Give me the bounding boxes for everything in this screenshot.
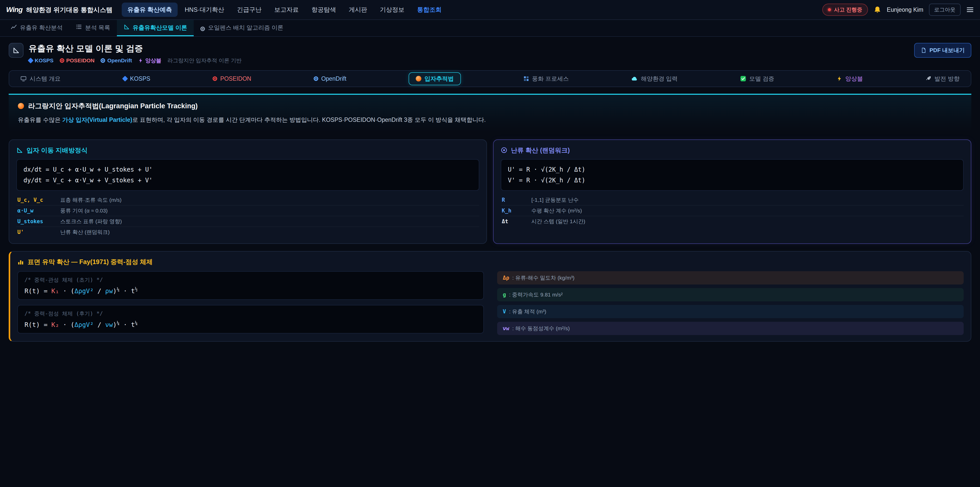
legend-desc: 표층 해류·조류 속도 (m/s)	[60, 196, 121, 204]
fay-spreading-card: 표면 유막 확산 — Fay(1971) 중력-점성 체제 /* 중력-관성 체…	[9, 251, 971, 342]
snav-item-ensemble[interactable]: 앙상블	[837, 75, 863, 83]
legend-term: K_h	[502, 208, 531, 214]
param-desc: : 중력가속도 9.81 m/s²	[509, 291, 563, 298]
turbulence-equations-code: U' = R · √(2K_h / Δt) V' = R · √(2K_h / …	[501, 159, 964, 191]
nav-item-oil-spill-prediction[interactable]: 유출유 확산예측	[122, 3, 178, 17]
code-line: dy/dt = V_c + α·V_w + V_stokes + V'	[24, 175, 472, 186]
intro-title-row: 라그랑지안 입자추적법(Lagrangian Particle Tracking…	[18, 101, 962, 110]
legend-row: U' 난류 확산 (랜덤워크)	[16, 227, 479, 237]
snav-item-weathering-process[interactable]: 풍화 프로세스	[523, 75, 569, 83]
set-square-icon	[124, 24, 130, 31]
ensemble-bolt-icon	[138, 58, 143, 63]
page-title-icon	[9, 43, 24, 58]
formula-exponent: ½	[135, 287, 138, 292]
snav-item-ocean-env-input[interactable]: 해양환경 입력	[631, 75, 678, 83]
bell-icon[interactable]	[873, 6, 881, 14]
turbulence-diffusion-card: 난류 확산 (랜덤워크) U' = R · √(2K_h / Δt) V' = …	[493, 139, 971, 244]
particle-orange-circle-icon	[416, 76, 422, 81]
legend-row: Δt 시간 스텝 (일반 1시간)	[501, 216, 964, 227]
legend-desc: 시간 스텝 (일반 1시간)	[531, 218, 585, 225]
governing-equation-card: 입자 이동 지배방정식 dx/dt = U_c + α·U_w + U_stok…	[9, 139, 487, 244]
snav-label: 모델 검증	[749, 75, 774, 83]
formula-part: R(t) =	[24, 321, 51, 329]
app-logo[interactable]: Wing 해양환경 위기대응 통합시스템	[6, 6, 113, 14]
logout-button[interactable]: 로그아웃	[929, 3, 961, 16]
governing-legend: U_c, V_c 표층 해류·조류 속도 (m/s) α·U_w 풍류 기여 (…	[16, 195, 479, 237]
incident-status-label: 사고 진행중	[834, 6, 862, 13]
param-term: g	[503, 292, 506, 298]
param-row-spill-volume: V : 유출 체적 (m³)	[497, 305, 964, 318]
fay-formula-1: R(t) = K₁ · (ΔρgV² / ρw)⅙ · t½	[24, 287, 477, 295]
opendrift-icon	[100, 58, 105, 63]
tab-oil-boom-algorithm-theory[interactable]: 오일펜스 배치 알고리즘 이론	[194, 20, 290, 36]
governing-card-title-row: 입자 이동 지배방정식	[16, 146, 479, 155]
intro-body: 유출유를 수많은 가상 입자(Virtual Particle)로 표현하며, …	[18, 115, 962, 125]
param-term: V	[503, 308, 506, 315]
snav-item-poseidon[interactable]: POSEIDON	[213, 75, 251, 82]
tab-analysis-list[interactable]: 분석 목록	[69, 20, 117, 36]
tab-label: 분석 목록	[85, 24, 110, 32]
legend-term: α·U_w	[18, 208, 60, 214]
formula-exponent: ¼	[135, 320, 138, 326]
kosps-icon	[122, 76, 128, 82]
param-row-density-diff: Δρ : 유류-해수 밀도차 (kg/m³)	[497, 271, 964, 284]
legend-desc: [-1,1] 균등분포 난수	[531, 196, 579, 204]
page-title: 유출유 확산 모델 이론 및 검증	[29, 43, 242, 54]
opendrift-icon	[313, 77, 318, 81]
legend-row: U_stokes 스토크스 표류 (파랑 영향)	[16, 216, 479, 227]
code-comment: /* 중력-관성 체제 (초기) */	[24, 276, 477, 283]
nav-item-reports[interactable]: 보고자료	[269, 3, 304, 17]
target-icon	[501, 147, 508, 153]
list-icon	[76, 24, 82, 31]
top-navigation: Wing 해양환경 위기대응 통합시스템 유출유 확산예측 HNS·대기확산 긴…	[0, 0, 980, 20]
formula-part: )	[113, 321, 117, 329]
snav-item-opendrift[interactable]: OpenDrift	[313, 75, 346, 82]
formula-part: /	[94, 321, 105, 329]
poseidon-icon	[60, 58, 64, 63]
snav-item-particle-tracking[interactable]: 입자추적법	[409, 72, 461, 85]
nav-item-emergency-rescue[interactable]: 긴급구난	[231, 3, 267, 17]
snav-item-roadmap[interactable]: 발전 방향	[925, 75, 959, 83]
legend-term: Δt	[502, 218, 531, 225]
nav-item-board[interactable]: 게시판	[343, 3, 372, 17]
main-nav: 유출유 확산예측 HNS·대기확산 긴급구난 보고자료 항공탐색 게시판 기상정…	[122, 3, 447, 17]
fay-params-column: Δρ : 유류-해수 밀도차 (kg/m³) g : 중력가속도 9.81 m/…	[497, 271, 964, 335]
formula-part: )	[113, 287, 117, 295]
equation-cards-row: 입자 이동 지배방정식 dx/dt = U_c + α·U_w + U_stok…	[9, 139, 971, 244]
legend-row: K_h 수평 확산 계수 (m²/s)	[501, 205, 964, 216]
menu-icon[interactable]	[966, 6, 974, 14]
legend-row: α·U_w 풍류 기여 (α ≈ 0.03)	[16, 205, 479, 216]
sub-tabbar: 유출유 확산분석 분석 목록 유출유확산모델 이론 오일펜스 배치 알고리즘 이…	[0, 20, 980, 37]
formula-part: ρw	[105, 287, 113, 295]
card-title: 표면 유막 확산 — Fay(1971) 중력-점성 체제	[27, 258, 153, 266]
formula-part: ΔρgV²	[75, 287, 94, 295]
line-chart-icon	[11, 24, 17, 31]
code-line: dx/dt = U_c + α·U_w + U_stokes + U'	[24, 164, 472, 175]
incident-status-badge[interactable]: 사고 진행중	[822, 3, 868, 16]
legend-term: U_stokes	[18, 218, 60, 225]
pdf-export-button[interactable]: PDF 내보내기	[914, 43, 971, 58]
turbulence-card-title-row: 난류 확산 (랜덤워크)	[501, 146, 964, 155]
snav-item-system-overview[interactable]: 시스템 개요	[21, 75, 60, 83]
snav-item-model-validation[interactable]: 모델 검증	[740, 75, 774, 83]
nav-item-hns-air-dispersion[interactable]: HNS·대기확산	[179, 3, 230, 17]
formula-part: R(t) =	[24, 287, 51, 295]
tab-label: 유출유 확산분석	[20, 24, 62, 32]
code-line: V' = R · √(2K_h / Δt)	[508, 175, 956, 186]
set-square-icon	[16, 147, 23, 153]
param-desc: : 유류-해수 밀도차 (kg/m³)	[512, 274, 574, 281]
param-desc: : 유출 체적 (m³)	[509, 308, 546, 315]
snav-label: KOSPS	[130, 75, 150, 82]
nav-item-integrated-search[interactable]: 통합조회	[411, 3, 447, 17]
tab-spill-analysis[interactable]: 유출유 확산분석	[4, 20, 69, 36]
page-subtitle: 라그랑지안 입자추적 이론 기반	[167, 57, 242, 64]
snav-item-kosps[interactable]: KOSPS	[123, 75, 150, 82]
app-root: Wing 해양환경 위기대응 통합시스템 유출유 확산예측 HNS·대기확산 긴…	[0, 0, 980, 487]
nav-item-aerial-search[interactable]: 항공탐색	[306, 3, 342, 17]
app-title: 해양환경 위기대응 통합시스템	[26, 6, 113, 14]
snav-label: 앙상블	[845, 75, 863, 83]
tab-spill-model-theory[interactable]: 유출유확산모델 이론	[117, 20, 194, 36]
nav-item-weather-info[interactable]: 기상정보	[374, 3, 410, 17]
logo-icon: Wing	[6, 6, 22, 14]
param-row-gravity: g : 중력가속도 9.81 m/s²	[497, 288, 964, 301]
